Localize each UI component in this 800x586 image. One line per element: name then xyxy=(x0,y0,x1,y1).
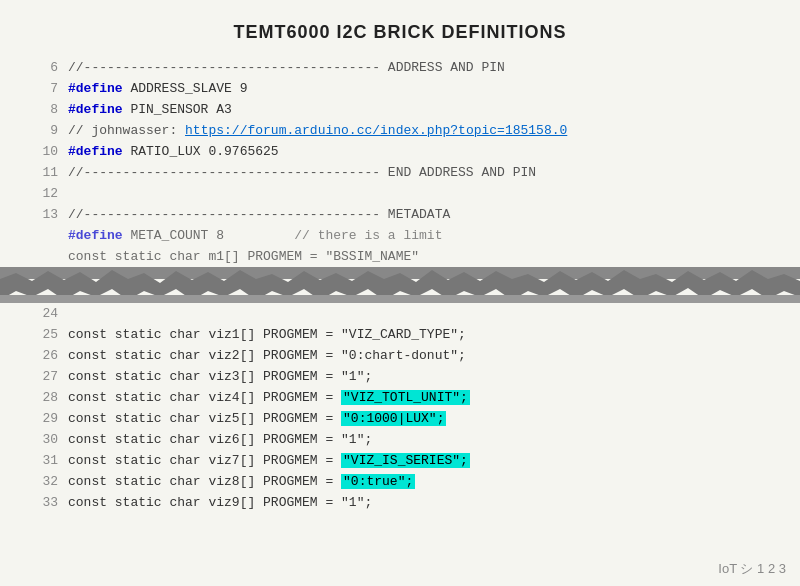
code-content: #define ADDRESS_SLAVE 9 xyxy=(68,78,247,99)
code-line-7: 7 #define ADDRESS_SLAVE 9 xyxy=(30,78,770,99)
code-content: //--------------------------------------… xyxy=(68,57,505,78)
arduino-forum-link[interactable]: https://forum.arduino.cc/index.php?topic… xyxy=(185,123,567,138)
keyword-define: #define xyxy=(68,102,123,117)
line-number: 29 xyxy=(30,408,58,429)
highlight-viz7: "VIZ_IS_SERIES"; xyxy=(341,453,470,468)
code-line-33: 33 const static char viz9[] PROGMEM = "1… xyxy=(30,492,770,513)
code-content: const static char viz1[] PROGMEM = "VIZ_… xyxy=(68,324,466,345)
code-line-29: 29 const static char viz5[] PROGMEM = "0… xyxy=(30,408,770,429)
code-line-8: 8 #define PIN_SENSOR A3 xyxy=(30,99,770,120)
line-number: 9 xyxy=(30,120,58,141)
code-line-30: 30 const static char viz6[] PROGMEM = "1… xyxy=(30,429,770,450)
keyword-define: #define xyxy=(68,81,123,96)
line-number: 31 xyxy=(30,450,58,471)
line-number: 10 xyxy=(30,141,58,162)
code-content: //--------------------------------------… xyxy=(68,162,536,183)
line-number: 26 xyxy=(30,345,58,366)
line-number: 8 xyxy=(30,99,58,120)
keyword-define: #define xyxy=(68,144,123,159)
code-content: const static char viz5[] PROGMEM = "0:10… xyxy=(68,408,446,429)
code-line-9: 9 // johnwasser: https://forum.arduino.c… xyxy=(30,120,770,141)
code-content: #define PIN_SENSOR A3 xyxy=(68,99,232,120)
code-line-28: 28 const static char viz4[] PROGMEM = "V… xyxy=(30,387,770,408)
line-number: 11 xyxy=(30,162,58,183)
code-line-6: 6 //------------------------------------… xyxy=(30,57,770,78)
line-number: 33 xyxy=(30,492,58,513)
line-number: 25 xyxy=(30,324,58,345)
code-line-32: 32 const static char viz8[] PROGMEM = "0… xyxy=(30,471,770,492)
code-top-section: 6 //------------------------------------… xyxy=(0,57,800,267)
line-number: 6 xyxy=(30,57,58,78)
line-number: 32 xyxy=(30,471,58,492)
code-content: const static char viz9[] PROGMEM = "1"; xyxy=(68,492,372,513)
comment: // there is a limit xyxy=(294,228,442,243)
highlight-viz8: "0:true"; xyxy=(341,474,415,489)
code-content: const static char m1[] PROGMEM = "BSSIM_… xyxy=(68,246,419,267)
code-line-27: 27 const static char viz3[] PROGMEM = "1… xyxy=(30,366,770,387)
code-bottom-section: 24 25 const static char viz1[] PROGMEM =… xyxy=(0,303,800,513)
line-number: 30 xyxy=(30,429,58,450)
highlight-viz4: "VIZ_TOTL_UNIT"; xyxy=(341,390,470,405)
code-line-partial-2: const static char m1[] PROGMEM = "BSSIM_… xyxy=(30,246,770,267)
code-line-12: 12 xyxy=(30,183,770,204)
line-number: 27 xyxy=(30,366,58,387)
code-line-10: 10 #define RATIO_LUX 0.9765625 xyxy=(30,141,770,162)
code-line-31: 31 const static char viz7[] PROGMEM = "V… xyxy=(30,450,770,471)
code-content: const static char viz4[] PROGMEM = "VIZ_… xyxy=(68,387,470,408)
line-number: 24 xyxy=(30,303,58,324)
page-title: TEMT6000 I2C BRICK DEFINITIONS xyxy=(0,0,800,57)
code-line-25: 25 const static char viz1[] PROGMEM = "V… xyxy=(30,324,770,345)
line-number: 28 xyxy=(30,387,58,408)
line-number: 13 xyxy=(30,204,58,225)
torn-paper-svg xyxy=(0,267,800,303)
torn-paper xyxy=(0,267,800,303)
line-number: 12 xyxy=(30,183,58,204)
code-content: const static char viz2[] PROGMEM = "0:ch… xyxy=(68,345,466,366)
keyword-define: #define xyxy=(68,228,123,243)
code-content: const static char viz7[] PROGMEM = "VIZ_… xyxy=(68,450,470,471)
code-content: #define META_COUNT 8 // there is a limit xyxy=(68,225,442,246)
code-line-13: 13 //-----------------------------------… xyxy=(30,204,770,225)
code-content: const static char viz6[] PROGMEM = "1"; xyxy=(68,429,372,450)
code-line-26: 26 const static char viz2[] PROGMEM = "0… xyxy=(30,345,770,366)
code-content: #define RATIO_LUX 0.9765625 xyxy=(68,141,279,162)
code-line-11: 11 //-----------------------------------… xyxy=(30,162,770,183)
code-line-24: 24 xyxy=(30,303,770,324)
code-content: const static char viz3[] PROGMEM = "1"; xyxy=(68,366,372,387)
line-number: 7 xyxy=(30,78,58,99)
svg-rect-2 xyxy=(0,295,800,303)
code-content: //--------------------------------------… xyxy=(68,204,450,225)
highlight-viz5: "0:1000|LUX"; xyxy=(341,411,446,426)
code-line-partial-1: #define META_COUNT 8 // there is a limit xyxy=(30,225,770,246)
watermark: IoT シ 1 2 3 xyxy=(718,560,786,578)
code-content: const static char viz8[] PROGMEM = "0:tr… xyxy=(68,471,415,492)
page-container: TEMT6000 I2C BRICK DEFINITIONS 6 //-----… xyxy=(0,0,800,586)
code-content: // johnwasser: https://forum.arduino.cc/… xyxy=(68,120,567,141)
